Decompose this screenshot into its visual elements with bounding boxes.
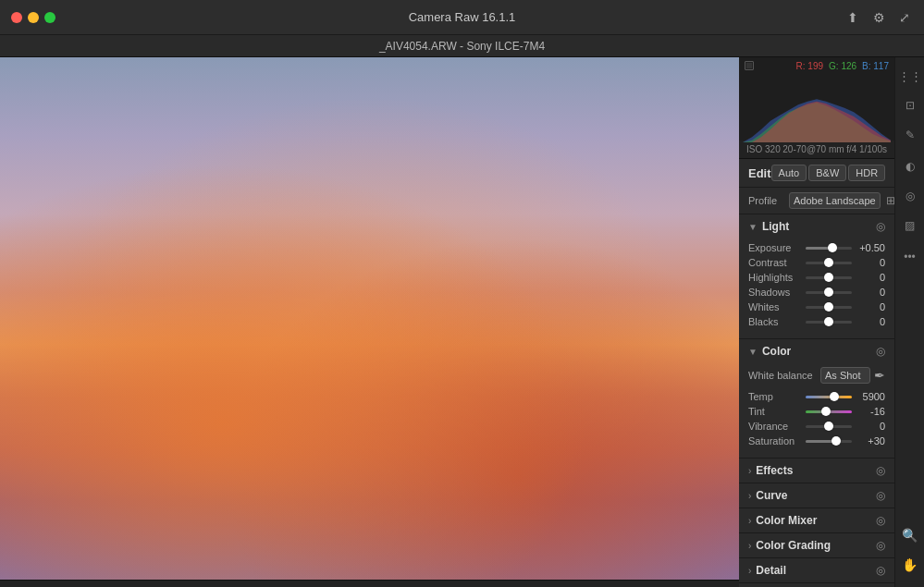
saturation-value: +30 (857, 435, 885, 446)
hand-icon[interactable]: ✋ (895, 552, 925, 578)
titlebar-actions: ⬆ ⚙ ⤢ (844, 9, 913, 26)
effects-eye-icon[interactable]: ◎ (876, 464, 885, 477)
share-icon[interactable]: ⬆ (844, 9, 861, 26)
highlights-value: 0 (857, 272, 885, 283)
hdr-button[interactable]: HDR (848, 165, 885, 181)
tint-slider[interactable] (806, 410, 852, 413)
presets-icon[interactable]: ▨ (895, 213, 925, 238)
image-panel: Fit (29.5%) 100% ▾ 🖼 ≡ ⧩ ☆ ☆ ☆ ☆ ☆ ✕ (0, 57, 739, 587)
curve-section-header[interactable]: › Curve ◎ (739, 483, 894, 508)
detail-section-title: Detail (756, 564, 876, 577)
color-grading-section-title: Color Grading (756, 539, 876, 552)
color-section-header[interactable]: ▼ Color ◎ (739, 339, 894, 363)
color-grading-section-header[interactable]: › Color Grading ◎ (739, 533, 894, 557)
color-grading-eye-icon[interactable]: ◎ (876, 539, 885, 552)
color-mixer-arrow-icon: › (748, 516, 751, 526)
color-mixer-eye-icon[interactable]: ◎ (876, 514, 885, 527)
lens-info: 20-70@70 mm (782, 144, 844, 154)
close-button[interactable] (11, 12, 22, 23)
exposure-label: Exposure (748, 242, 800, 253)
blacks-row: Blacks 0 (748, 316, 885, 327)
blacks-value: 0 (857, 316, 885, 327)
grid-view-icon[interactable]: ⋮⋮ (895, 63, 925, 89)
shadow-clip-indicator[interactable] (745, 61, 754, 70)
whites-slider[interactable] (806, 306, 852, 309)
light-section-header[interactable]: ▼ Light ◎ (739, 214, 894, 238)
color-sliders: Temp 5900 Tint -16 (739, 387, 894, 458)
maximize-button[interactable] (44, 12, 55, 23)
sample-icon[interactable]: ✒ (895, 581, 925, 587)
light-section-title: Light (762, 220, 876, 233)
minimize-button[interactable] (28, 12, 39, 23)
effects-section-header[interactable]: › Effects ◎ (739, 459, 894, 483)
profile-select[interactable]: Adobe Landscape (789, 192, 881, 209)
temp-label: Temp (748, 391, 800, 402)
effects-section-title: Effects (756, 464, 876, 477)
vibrance-slider[interactable] (806, 425, 852, 428)
light-arrow-icon: ▼ (748, 222, 758, 232)
auto-button[interactable]: Auto (771, 165, 807, 181)
shadows-slider[interactable] (806, 291, 852, 294)
histogram-area: R: 199 G: 126 B: 117 (739, 57, 894, 141)
saturation-label: Saturation (748, 435, 800, 446)
saturation-slider[interactable] (806, 440, 852, 443)
bw-button[interactable]: B&W (808, 165, 846, 181)
zoom-magnify-icon[interactable]: 🔍 (895, 522, 925, 548)
vibrance-value: 0 (857, 421, 885, 432)
eyedropper-icon[interactable]: ✒ (874, 368, 885, 383)
blacks-slider[interactable] (806, 321, 852, 324)
highlights-label: Highlights (748, 272, 800, 283)
color-section: ▼ Color ◎ White balance As Shot ✒ (739, 339, 894, 459)
effects-arrow-icon: › (748, 466, 751, 476)
highlights-slider[interactable] (806, 276, 852, 279)
exposure-slider[interactable] (806, 247, 852, 250)
detail-arrow-icon: › (748, 566, 751, 576)
temp-slider[interactable] (806, 396, 852, 398)
saturation-row: Saturation +30 (748, 435, 885, 446)
histogram-g: G: 126 (829, 61, 856, 71)
healing-icon[interactable]: ✎ (895, 122, 925, 148)
right-panel: R: 199 G: 126 B: 117 (739, 57, 894, 587)
profile-grid-icon[interactable]: ⊞ (886, 192, 894, 209)
detail-section-header[interactable]: › Detail ◎ (739, 558, 894, 582)
edit-panel: Edit Auto B&W HDR Profile Adobe Landscap… (739, 159, 894, 587)
traffic-lights (11, 12, 55, 23)
whites-value: 0 (857, 301, 885, 312)
histogram-r: R: 199 (796, 61, 823, 71)
light-eye-icon[interactable]: ◎ (876, 220, 885, 233)
mask-icon[interactable]: ◐ (895, 153, 925, 179)
detail-eye-icon[interactable]: ◎ (876, 564, 885, 577)
vibrance-row: Vibrance 0 (748, 421, 885, 432)
image-toolbar: Fit (29.5%) 100% ▾ 🖼 ≡ ⧩ ☆ ☆ ☆ ☆ ☆ ✕ (0, 580, 739, 587)
effects-section: › Effects ◎ (739, 459, 894, 483)
exposure-value: +0.50 (857, 242, 885, 253)
wb-select[interactable]: As Shot (820, 367, 870, 384)
right-panel-wrapper: ⋮⋮ ⊡ ✎ ◐ ◎ ▨ ••• 🔍 ✋ ✒ ⊞ R: 199 G: 126 B… (739, 57, 924, 587)
vibrance-label: Vibrance (748, 421, 800, 432)
app-title: Camera Raw 16.1.1 (409, 10, 516, 24)
light-sliders: Exposure +0.50 Contrast (739, 238, 894, 338)
titlebar: Camera Raw 16.1.1 ⬆ ⚙ ⤢ (0, 0, 924, 35)
expand-icon[interactable]: ⤢ (896, 9, 913, 26)
wb-select-wrap: As Shot ✒ (820, 367, 885, 384)
color-mixer-section: › Color Mixer ◎ (739, 508, 894, 533)
edit-title: Edit (748, 166, 771, 180)
eye-icon[interactable]: ◎ (895, 183, 925, 209)
crop-icon[interactable]: ⊡ (895, 92, 925, 118)
contrast-slider[interactable] (806, 262, 852, 264)
iso-info: ISO 320 (746, 144, 781, 154)
image-canvas[interactable] (0, 57, 739, 580)
whites-label: Whites (748, 301, 800, 312)
more-icon[interactable]: ••• (895, 244, 925, 270)
light-section: ▼ Light ◎ Exposure +0.50 (739, 214, 894, 339)
profile-label: Profile (748, 195, 783, 206)
right-icon-strip: ⋮⋮ ⊡ ✎ ◐ ◎ ▨ ••• 🔍 ✋ ✒ ⊞ (894, 57, 924, 587)
color-eye-icon[interactable]: ◎ (876, 345, 885, 358)
color-mixer-section-header[interactable]: › Color Mixer ◎ (739, 508, 894, 532)
shadows-label: Shadows (748, 287, 800, 298)
curve-eye-icon[interactable]: ◎ (876, 489, 885, 502)
histogram-b: B: 117 (862, 61, 889, 71)
settings-icon[interactable]: ⚙ (870, 9, 887, 26)
white-balance-row: White balance As Shot ✒ (739, 363, 894, 387)
color-section-title: Color (762, 345, 876, 358)
